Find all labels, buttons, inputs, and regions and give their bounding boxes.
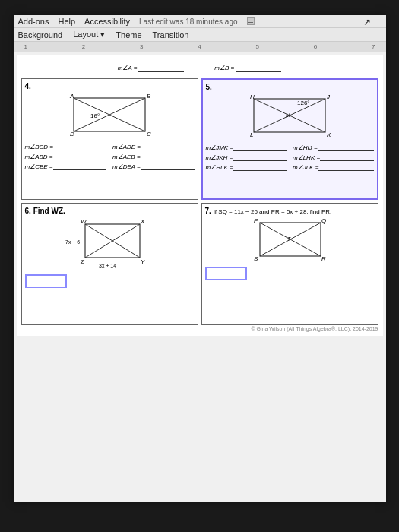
- menu-bar: Add-ons Help Accessibility Last edit was…: [14, 15, 386, 28]
- svg-text:M: M: [286, 112, 290, 118]
- svg-text:T: T: [287, 236, 291, 242]
- svg-text:3x + 14: 3x + 14: [99, 263, 116, 268]
- problem-6-diagram: W X Z Y 7x − 6 3x + 14: [25, 218, 195, 271]
- angle8-input[interactable]: [236, 63, 281, 72]
- answer-jkh: m∠JKH =: [206, 154, 287, 161]
- answer-jmk: m∠JMK =: [206, 144, 287, 151]
- layout-label: Layout: [73, 30, 98, 39]
- problem-6-answer-box[interactable]: [25, 274, 67, 288]
- problem-4-number: 4.: [25, 82, 195, 90]
- menu-addons[interactable]: Add-ons: [18, 17, 49, 26]
- svg-text:S: S: [254, 255, 258, 262]
- expand-icon: ↗: [363, 17, 371, 27]
- problem-7-number: 7. If SQ = 11x − 26 and PR = 5x + 28, fi…: [205, 207, 375, 215]
- problem-7-answer-box[interactable]: [205, 267, 247, 280]
- toolbar-theme[interactable]: Theme: [116, 30, 141, 40]
- toolbar-layout[interactable]: Layout ▾: [73, 30, 105, 40]
- screen: Add-ons Help Accessibility Last edit was…: [14, 15, 386, 502]
- svg-text:X: X: [140, 218, 145, 225]
- svg-text:16°: 16°: [90, 112, 100, 119]
- main-grid: 4. A B D C 16°: [21, 78, 378, 325]
- minimize-button[interactable]: —: [247, 17, 255, 25]
- answer-cbe: m∠CBE =: [25, 163, 107, 170]
- svg-text:H: H: [250, 94, 255, 100]
- answer-aeb: m∠AEB =: [112, 153, 195, 160]
- problem-5-box: 5. H J L K M 126°: [201, 78, 378, 200]
- toolbar-transition[interactable]: Transition: [153, 30, 189, 40]
- svg-text:P: P: [254, 218, 258, 224]
- problem-7-diagram: P Q S R T: [205, 218, 375, 264]
- angle8-field: m∠B =: [214, 63, 281, 72]
- top-section: m∠A = m∠B =: [21, 60, 378, 78]
- problem-5-svg: H J L K M 126°: [248, 94, 331, 140]
- svg-text:D: D: [70, 131, 74, 138]
- angle4-input[interactable]: [138, 63, 184, 72]
- menu-help[interactable]: Help: [58, 17, 75, 26]
- ruler-marks: 1 2 3 4 5 6 7: [17, 43, 383, 50]
- copyright: © Gina Wilson (All Things Algebra®, LLC)…: [21, 326, 378, 331]
- problem-6-box: 6. Find WZ. W X Z Y: [21, 203, 198, 325]
- answer-lhk: m∠LHK =: [293, 154, 374, 161]
- answer-hij: m∠HIJ =: [293, 144, 374, 151]
- svg-text:K: K: [327, 131, 331, 138]
- problem-5-answers: m∠JMK = m∠HIJ = m∠JKH = m∠LHK =: [206, 143, 374, 172]
- answer-hlk: m∠HLK =: [206, 163, 287, 171]
- svg-text:A: A: [69, 93, 74, 100]
- svg-text:126°: 126°: [297, 100, 310, 106]
- svg-text:R: R: [321, 255, 326, 262]
- svg-text:B: B: [147, 93, 151, 100]
- problem-5-diagram: H J L K M 126°: [206, 94, 374, 140]
- angle8-label: m∠B =: [214, 65, 234, 71]
- svg-text:7x − 6: 7x − 6: [65, 239, 80, 245]
- menu-accessibility[interactable]: Accessibility: [84, 17, 130, 26]
- problem-4-answers: m∠BCD = m∠ADE = m∠ABD = m∠AEB =: [25, 142, 195, 171]
- problem-5-number: 5.: [206, 83, 374, 91]
- angle4-field: m∠A =: [118, 63, 185, 72]
- last-edit-label: Last edit was 18 minutes ago: [139, 17, 238, 26]
- svg-text:Z: Z: [80, 258, 85, 265]
- problem-6-number: 6. Find WZ.: [25, 207, 195, 215]
- problem-4-diagram: A B D C 16°: [25, 93, 195, 139]
- ruler: 1 2 3 4 5 6 7: [14, 42, 386, 52]
- problem-4-svg: A B D C 16°: [68, 93, 151, 139]
- angle4-label: m∠A =: [118, 65, 138, 71]
- answer-dea: m∠DEA =: [112, 163, 195, 170]
- svg-text:C: C: [147, 131, 151, 138]
- problem-6-svg: W X Z Y 7x − 6 3x + 14: [64, 218, 155, 271]
- problem-7-box: 7. If SQ = 11x − 26 and PR = 5x + 28, fi…: [201, 203, 378, 325]
- svg-text:J: J: [326, 94, 331, 100]
- toolbar: Background Layout ▾ Theme Transition: [14, 28, 386, 42]
- toolbar-background[interactable]: Background: [18, 30, 63, 40]
- svg-text:L: L: [250, 131, 253, 138]
- answer-ade: m∠ADE =: [112, 143, 195, 150]
- content-area: m∠A = m∠B = 4.: [17, 55, 383, 336]
- svg-text:Y: Y: [141, 258, 145, 265]
- answer-abd: m∠ABD =: [25, 153, 107, 160]
- answer-jlk: m∠JLK =: [293, 163, 374, 171]
- problem-7-svg: P Q S R T: [248, 218, 331, 264]
- problem-4-box: 4. A B D C 16°: [21, 78, 198, 200]
- svg-text:Q: Q: [321, 218, 326, 224]
- layout-dropdown-icon: ▾: [100, 30, 105, 39]
- answer-bcd: m∠BCD =: [25, 143, 107, 150]
